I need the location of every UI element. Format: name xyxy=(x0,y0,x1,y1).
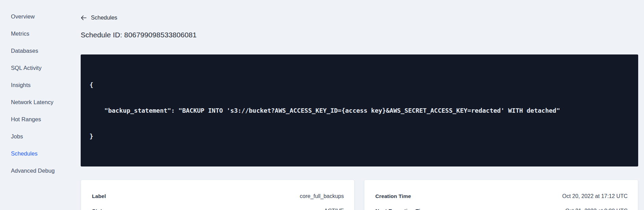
sidebar-nav: Overview Metrics Databases SQL Activity … xyxy=(11,8,69,179)
detail-value: ACTIVE xyxy=(324,208,344,210)
page-title: Schedule ID: 806799098533806081 xyxy=(81,31,638,39)
detail-row-next-execution-time: Next Execution Time Oct 21, 2022 at 0:00… xyxy=(375,203,628,210)
detail-value: core_full_backups xyxy=(300,193,344,199)
sidebar-item-schedules[interactable]: Schedules xyxy=(11,145,69,162)
backup-statement-code-block: { "backup_statement": "BACKUP INTO 's3:/… xyxy=(81,54,638,166)
sidebar-item-advanced-debug[interactable]: Advanced Debug xyxy=(11,162,69,179)
detail-label: Status xyxy=(92,208,108,210)
schedule-summary-card: Label core_full_backups Status ACTIVE St… xyxy=(81,180,354,210)
sidebar-item-metrics[interactable]: Metrics xyxy=(11,25,69,42)
code-line: { xyxy=(90,81,629,89)
sidebar-item-overview[interactable]: Overview xyxy=(11,8,69,25)
detail-label: Next Execution Time xyxy=(375,208,428,210)
sidebar-item-sql-activity[interactable]: SQL Activity xyxy=(11,59,69,76)
detail-row-creation-time: Creation Time Oct 20, 2022 at 17:12 UTC xyxy=(375,189,628,203)
back-link-label: Schedules xyxy=(91,14,117,21)
detail-label: Label xyxy=(92,193,106,199)
detail-value: Oct 20, 2022 at 17:12 UTC xyxy=(562,193,628,199)
detail-value: Oct 21, 2022 at 0:00 UTC xyxy=(565,208,628,210)
sidebar-item-databases[interactable]: Databases xyxy=(11,42,69,59)
sidebar-item-hot-ranges[interactable]: Hot Ranges xyxy=(11,111,69,128)
detail-row-label: Label core_full_backups xyxy=(92,189,344,203)
sidebar-item-jobs[interactable]: Jobs xyxy=(11,128,69,145)
detail-row-status: Status ACTIVE xyxy=(92,203,344,210)
code-line: } xyxy=(90,132,629,140)
code-line: "backup_statement": "BACKUP INTO 's3://b… xyxy=(90,106,629,115)
arrow-left-icon xyxy=(81,15,86,20)
detail-label: Creation Time xyxy=(375,193,411,199)
sidebar-item-insights[interactable]: Insights xyxy=(11,76,69,94)
schedule-detail-page: Schedules Schedule ID: 80679909853380608… xyxy=(81,0,638,210)
back-to-schedules-link[interactable]: Schedules xyxy=(81,14,117,21)
sidebar-item-network-latency[interactable]: Network Latency xyxy=(11,94,69,111)
detail-cards: Label core_full_backups Status ACTIVE St… xyxy=(81,180,638,210)
schedule-timing-card: Creation Time Oct 20, 2022 at 17:12 UTC … xyxy=(364,180,638,210)
